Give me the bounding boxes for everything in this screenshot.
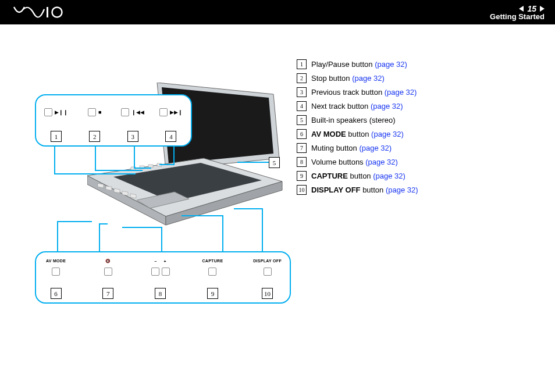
pager: 15 Getting Started [490,4,545,21]
callout-number: 7 [102,288,113,299]
feature-text: Muting button (page 32) [311,144,392,152]
section-title: Getting Started [490,12,545,21]
feature-plain: Next track button [311,102,368,111]
callout-number: 9 [207,288,218,299]
callout-bottom: AV MODE6🔇7− + 8CAPTURE9DISPLAY OFF10 [35,251,291,304]
media-button-icon [159,108,168,116]
control-button-icon [208,268,216,276]
page-link[interactable]: (page 32) [373,172,405,180]
feature-text: CAPTURE button (page 32) [311,172,405,180]
feature-text: Volume buttons (page 32) [311,158,398,166]
feature-row: 7Muting button (page 32) [297,143,418,153]
feature-text: DISPLAY OFF button (page 32) [311,186,418,194]
svg-point-1 [52,8,62,17]
next-page-arrow[interactable] [540,6,545,12]
callout-number: 4 [165,131,176,142]
feature-text: Previous track button (page 32) [311,88,417,97]
page-link[interactable]: (page 32) [359,144,392,152]
callout-group: ▶❙❙1 [44,106,68,142]
diagram: ▶❙❙1■2❙◀◀3▶▶❙4 AV MODE6🔇7− + 8CAPTURE9DI… [17,65,291,315]
feature-row: 9CAPTURE button (page 32) [297,171,418,181]
media-button-icon [44,108,52,116]
page-content: 1Play/Pause button (page 32)2Stop button… [0,24,555,392]
feature-bold: CAPTURE [311,172,348,180]
prev-page-arrow[interactable] [519,6,524,12]
page-link[interactable]: (page 32) [371,130,404,138]
feature-text: Stop button (page 32) [311,74,385,83]
topbar: 15 Getting Started [0,0,555,24]
feature-text: Play/Pause button (page 32) [311,60,407,69]
callout-group: 🔇7 [97,259,120,299]
callout-group: CAPTURE9 [201,259,224,299]
control-button-icon [264,268,272,276]
svg-rect-0 [47,7,48,17]
media-glyph-icon: ▶▶❙ [170,110,183,115]
page-link[interactable]: (page 32) [371,102,403,111]
callout-label: DISPLAY OFF [253,259,282,263]
callout-group: ■2 [83,106,106,142]
feature-plain: Previous track button [311,88,382,97]
media-button-icon [121,108,129,116]
page-link[interactable]: (page 32) [375,60,407,69]
feature-row: 5Built-in speakers (stereo) [297,115,418,125]
feature-number: 2 [297,73,307,83]
media-glyph-icon: ▶❙❙ [55,110,68,115]
feature-number: 6 [297,129,307,139]
page-link[interactable]: (page 32) [352,74,385,83]
feature-plain: button [348,172,371,180]
control-button-icon [104,268,112,276]
feature-plain: button [346,130,369,138]
callout-number: 6 [51,288,62,299]
feature-row: 2Stop button (page 32) [297,73,418,83]
callout-number: 8 [155,288,166,299]
feature-list: 1Play/Pause button (page 32)2Stop button… [297,59,418,199]
control-button-icon [151,268,159,276]
feature-number: 8 [297,157,307,167]
page-link[interactable]: (page 32) [386,186,418,194]
media-glyph-icon: ❙◀◀ [131,110,144,115]
feature-plain: Stop button [311,74,350,83]
callout-number: 1 [51,131,62,142]
feature-plain: Built-in speakers (stereo) [311,116,396,124]
feature-text: Next track button (page 32) [311,102,403,111]
feature-row: 8Volume buttons (page 32) [297,157,418,167]
feature-number: 3 [297,87,307,97]
feature-row: 4Next track button (page 32) [297,101,418,111]
callout-label: CAPTURE [202,259,223,263]
control-button-icon [52,268,60,276]
callout-label: − + [154,259,166,263]
callout-number: 10 [262,288,273,299]
feature-number: 5 [297,115,307,125]
feature-row: 1Play/Pause button (page 32) [297,59,418,69]
feature-row: 3Previous track button (page 32) [297,87,418,97]
media-button-icon [88,108,96,116]
feature-number: 4 [297,101,307,111]
callout-number: 2 [89,131,100,142]
feature-number: 9 [297,171,307,181]
callout-top: ▶❙❙1■2❙◀◀3▶▶❙4 [35,94,192,147]
control-button-icon [162,268,170,276]
feature-plain: Muting button [311,144,357,152]
page-link[interactable]: (page 32) [385,88,417,97]
feature-row: 10DISPLAY OFF button (page 32) [297,185,418,195]
feature-plain: button [361,186,384,194]
media-glyph-icon: ■ [98,110,101,115]
callout-group: ❙◀◀3 [121,106,144,142]
feature-number: 7 [297,143,307,153]
feature-text: Built-in speakers (stereo) [311,116,396,124]
feature-bold: DISPLAY OFF [311,186,361,194]
callout-group: ▶▶❙4 [159,106,183,142]
callout-number-5: 5 [269,157,280,168]
feature-text: AV MODE button (page 32) [311,130,404,138]
feature-number: 1 [297,59,307,69]
callout-label: 🔇 [105,259,111,263]
callout-group: AV MODE6 [44,259,67,299]
callout-label: AV MODE [46,259,66,263]
feature-row: 6AV MODE button (page 32) [297,129,418,139]
feature-bold: AV MODE [311,130,346,138]
feature-number: 10 [297,185,307,195]
page-link[interactable]: (page 32) [365,158,398,166]
callout-group: − + 8 [149,259,172,299]
vaio-logo [10,6,74,18]
callout-group: DISPLAY OFF10 [253,259,282,299]
